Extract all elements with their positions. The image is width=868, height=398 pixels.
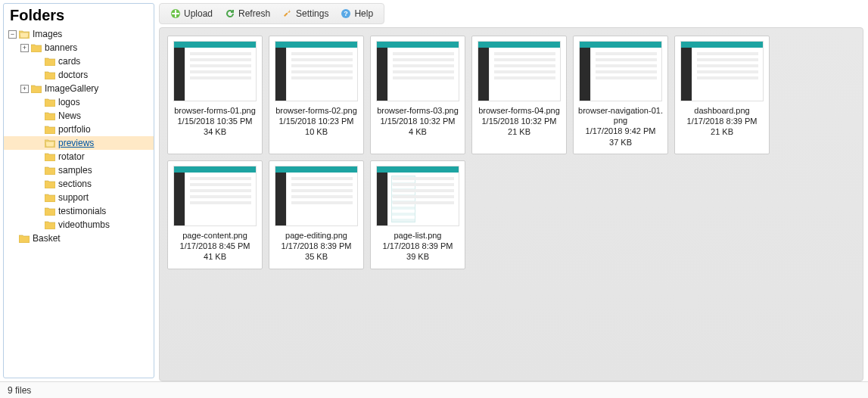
expander-spacer <box>34 194 42 202</box>
tree-item[interactable]: cards <box>4 54 154 68</box>
folder-tree: −Images+bannerscardsdoctors+ImageGallery… <box>4 26 154 378</box>
file-date: 1/15/2018 10:23 PM <box>278 116 353 126</box>
folder-icon <box>31 43 42 52</box>
folder-icon <box>45 70 55 79</box>
file-item[interactable]: page-editing.png1/17/2018 8:39 PM35 KB <box>269 160 364 269</box>
folder-icon <box>45 166 55 175</box>
file-date: 1/15/2018 10:35 PM <box>177 116 252 126</box>
file-size: 39 KB <box>406 251 429 262</box>
tree-item[interactable]: logos <box>4 95 154 109</box>
tree-item[interactable]: support <box>4 191 154 204</box>
tree-item[interactable]: portfolio <box>4 123 154 136</box>
folder-icon <box>45 152 55 161</box>
folder-icon <box>45 57 55 66</box>
status-bar: 9 files <box>0 381 868 398</box>
expander-spacer <box>34 207 42 216</box>
file-name: page-list.png <box>394 231 442 241</box>
file-size: 34 KB <box>204 126 226 137</box>
tree-item[interactable]: previews <box>4 136 154 150</box>
upload-label: Upload <box>184 8 213 19</box>
folder-icon <box>45 193 55 202</box>
settings-button[interactable]: Settings <box>276 7 334 20</box>
file-date: 1/17/2018 9:42 PM <box>586 126 656 136</box>
folder-icon <box>45 138 55 148</box>
collapse-icon[interactable]: − <box>8 30 17 39</box>
file-name: browser-forms-03.png <box>377 106 459 116</box>
file-thumbnail <box>173 41 257 101</box>
tree-item[interactable]: +ImageGallery <box>4 82 154 95</box>
file-size: 10 KB <box>305 126 328 137</box>
tree-item-label: samples <box>58 165 92 176</box>
folder-icon <box>45 111 55 120</box>
file-name: browser-forms-02.png <box>275 106 357 116</box>
file-item[interactable]: browser-forms-01.png1/15/2018 10:35 PM34… <box>167 36 263 154</box>
upload-button[interactable]: Upload <box>164 7 219 20</box>
file-date: 1/15/2018 10:32 PM <box>380 116 455 126</box>
tree-item-label: doctors <box>58 70 88 80</box>
tree-item[interactable]: News <box>4 109 154 123</box>
tree-item-label: testimonials <box>58 206 106 216</box>
file-size: 21 KB <box>711 126 733 137</box>
tree-item[interactable]: −Images <box>4 27 154 41</box>
file-item[interactable]: dashboard.png1/17/2018 8:39 PM21 KB <box>674 36 770 154</box>
expander-spacer <box>34 166 42 175</box>
file-grid[interactable]: browser-forms-01.png1/15/2018 10:35 PM34… <box>159 27 863 381</box>
folder-icon <box>31 84 42 93</box>
file-item[interactable]: browser-forms-03.png1/15/2018 10:32 PM4 … <box>370 36 465 154</box>
folder-icon <box>45 179 55 188</box>
folder-icon <box>45 125 55 134</box>
file-item[interactable]: browser-forms-04.png1/15/2018 10:32 PM21… <box>471 36 567 154</box>
file-thumbnail <box>579 41 662 101</box>
folder-icon <box>19 234 30 243</box>
help-label: Help <box>354 8 373 19</box>
file-size: 21 KB <box>508 126 530 137</box>
file-item[interactable]: page-content.png1/17/2018 8:45 PM41 KB <box>167 160 263 269</box>
tree-item[interactable]: testimonials <box>4 204 154 218</box>
tree-item-label: portfolio <box>58 124 91 135</box>
expander-spacer <box>34 221 42 229</box>
expand-icon[interactable]: + <box>20 44 29 52</box>
tree-item-label: ImageGallery <box>45 83 98 94</box>
file-thumbnail <box>680 41 764 101</box>
tree-item-label: Basket <box>33 233 61 244</box>
tree-item[interactable]: sections <box>4 177 154 191</box>
refresh-button[interactable]: Refresh <box>219 7 276 20</box>
tree-item[interactable]: Basket <box>4 232 154 245</box>
file-name: browser-navigation-01.png <box>577 106 664 126</box>
tree-item[interactable]: +banners <box>4 41 154 54</box>
tree-item[interactable]: samples <box>4 163 154 177</box>
expander-spacer <box>34 71 42 79</box>
file-item[interactable]: page-list.png1/17/2018 8:39 PM39 KB <box>370 160 465 269</box>
folder-icon <box>45 98 55 107</box>
file-size: 35 KB <box>305 251 328 262</box>
file-thumbnail <box>376 166 459 226</box>
file-thumbnail <box>478 41 561 101</box>
file-name: dashboard.png <box>694 106 749 116</box>
file-item[interactable]: browser-forms-02.png1/15/2018 10:23 PM10… <box>269 36 364 154</box>
file-name: page-editing.png <box>285 231 347 241</box>
toolbar: Upload Refresh Settings ? Help <box>159 3 384 24</box>
file-name: browser-forms-01.png <box>174 106 256 116</box>
tree-item-label: support <box>58 192 89 203</box>
tree-item[interactable]: doctors <box>4 68 154 82</box>
expander-spacer <box>34 139 42 148</box>
tree-item-label: banners <box>45 42 77 53</box>
expand-icon[interactable]: + <box>20 85 29 93</box>
tree-item[interactable]: rotator <box>4 150 154 163</box>
expander-spacer <box>34 153 42 161</box>
svg-text:?: ? <box>344 10 349 17</box>
file-size: 41 KB <box>204 251 226 262</box>
plus-circle-icon <box>170 8 181 19</box>
expander-spacer <box>8 235 17 243</box>
help-button[interactable]: ? Help <box>334 7 379 20</box>
file-thumbnail <box>275 41 358 101</box>
file-item[interactable]: browser-navigation-01.png1/17/2018 9:42 … <box>573 36 668 154</box>
expander-spacer <box>34 112 42 120</box>
file-date: 1/17/2018 8:45 PM <box>180 241 250 251</box>
refresh-icon <box>225 8 235 19</box>
sidebar-title: Folders <box>4 4 154 26</box>
tree-item[interactable]: videothumbs <box>4 218 154 232</box>
tree-item-label: logos <box>58 97 80 107</box>
file-size: 4 KB <box>409 126 427 137</box>
expander-spacer <box>34 126 42 134</box>
